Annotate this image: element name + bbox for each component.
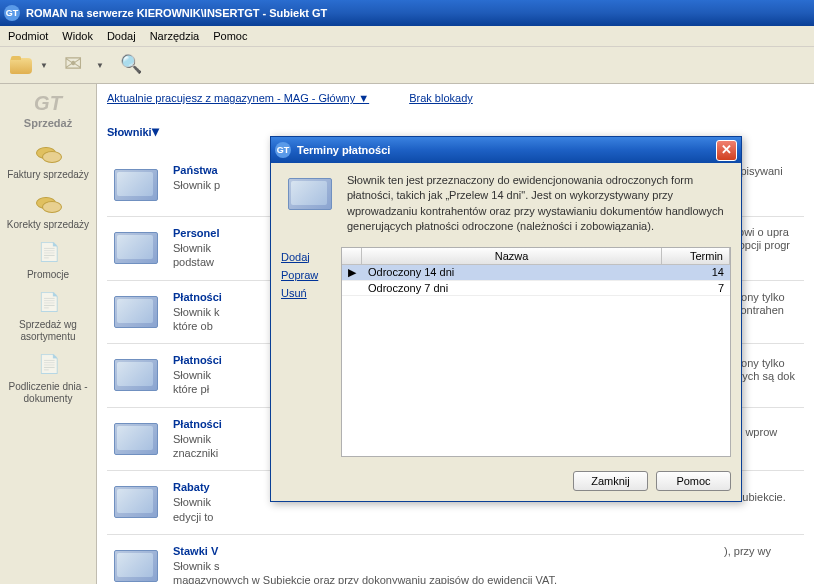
close-button[interactable]: ✕ [716, 140, 737, 161]
window-title: ROMAN na serwerze KIEROWNIK\INSERTGT - S… [26, 7, 327, 19]
toolbar-folder-button[interactable]: ▼ [8, 53, 48, 77]
toolbar-search-button[interactable] [120, 53, 148, 77]
col-header-nazwa[interactable]: Nazwa [362, 248, 662, 264]
zamknij-button[interactable]: Zamknij [573, 471, 648, 491]
book-icon [107, 354, 163, 396]
coins-icon [32, 141, 64, 167]
document-icon [32, 291, 64, 317]
book-icon [107, 418, 163, 460]
col-header-pointer[interactable] [342, 248, 362, 264]
document-icon [32, 353, 64, 379]
document-icon [32, 241, 64, 267]
book-icon [107, 164, 163, 206]
list-item[interactable]: Stawki VSłownik s magazynowych w Subiekc… [107, 541, 804, 584]
table-row[interactable]: Odroczony 7 dni 7 [342, 281, 730, 296]
dropdown-arrow-icon: ▼ [96, 61, 104, 70]
terminy-table: Nazwa Termin ▶ Odroczony 14 dni 14 Odroc… [341, 247, 731, 457]
popraw-link[interactable]: Popraw [281, 269, 331, 281]
book-icon [107, 291, 163, 333]
magazyn-selector[interactable]: Aktualnie pracujesz z magazynem - MAG - … [107, 92, 369, 104]
pomoc-button[interactable]: Pomoc [656, 471, 731, 491]
usun-link[interactable]: Usuń [281, 287, 331, 299]
dialog-description: Słownik ten jest przeznaczony do ewidenc… [347, 173, 731, 235]
window-titlebar: GT ROMAN na serwerze KIEROWNIK\INSERTGT … [0, 0, 814, 26]
list-item-title: Stawki V [173, 545, 804, 557]
book-icon [107, 481, 163, 523]
sidebar-title: Sprzedaż [4, 117, 92, 129]
book-icon [107, 227, 163, 269]
app-logo: GT [4, 92, 92, 115]
coins-icon [32, 191, 64, 217]
main-menu: Podmiot Widok Dodaj Narzędzia Pomoc [0, 26, 814, 47]
dodaj-link[interactable]: Dodaj [281, 251, 331, 263]
sidebar-item-sprzedaz-wg[interactable]: Sprzedaż wg asortymentu [4, 291, 92, 343]
dialog-titlebar[interactable]: GT Terminy płatności ✕ [271, 137, 741, 163]
terminy-dialog: GT Terminy płatności ✕ Słownik ten jest … [270, 136, 742, 502]
dialog-title: Terminy płatności [297, 144, 716, 156]
cell-termin: 7 [662, 281, 730, 295]
cell-termin: 14 [662, 265, 730, 280]
row-pointer-icon: ▶ [342, 265, 362, 280]
menu-podmiot[interactable]: Podmiot [8, 30, 48, 42]
menu-narzedzia[interactable]: Narzędzia [150, 30, 200, 42]
table-row[interactable]: ▶ Odroczony 14 dni 14 [342, 265, 730, 281]
app-icon: GT [4, 5, 20, 21]
book-icon [107, 545, 163, 584]
menu-widok[interactable]: Widok [62, 30, 93, 42]
sidebar-item-faktury[interactable]: Faktury sprzedaży [4, 141, 92, 181]
col-header-termin[interactable]: Termin [662, 248, 730, 264]
list-item-desc: Słownik s magazynowych w Subiekcie oraz … [173, 559, 804, 584]
sidebar: GT Sprzedaż Faktury sprzedaży Korekty sp… [0, 84, 96, 584]
chevron-down-icon: ▾ [152, 123, 159, 139]
text-fragment: ), przy wy [724, 545, 814, 558]
envelope-icon [64, 53, 92, 77]
dialog-icon: GT [275, 142, 291, 158]
blokada-link[interactable]: Brak blokady [409, 92, 473, 104]
sidebar-item-podliczenie[interactable]: Podliczenie dnia - dokumenty [4, 353, 92, 405]
cell-nazwa: Odroczony 14 dni [362, 265, 662, 280]
folder-icon [8, 53, 36, 77]
menu-dodaj[interactable]: Dodaj [107, 30, 136, 42]
book-icon [281, 173, 337, 223]
toolbar: ▼ ▼ [0, 47, 814, 84]
toolbar-mail-button[interactable]: ▼ [64, 53, 104, 77]
sidebar-item-korekty[interactable]: Korekty sprzedaży [4, 191, 92, 231]
dropdown-arrow-icon: ▼ [40, 61, 48, 70]
cell-nazwa: Odroczony 7 dni [362, 281, 662, 295]
sidebar-item-promocje[interactable]: Promocje [4, 241, 92, 281]
magnify-icon [120, 53, 148, 77]
menu-pomoc[interactable]: Pomoc [213, 30, 247, 42]
